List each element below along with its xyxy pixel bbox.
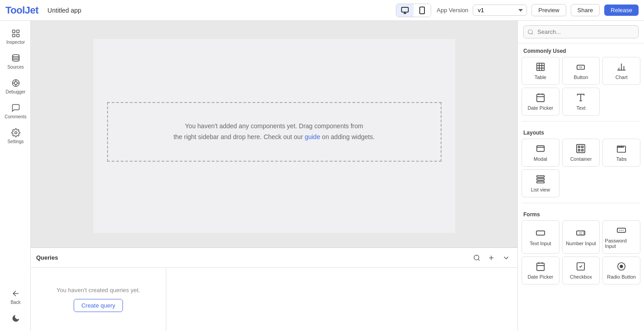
topbar-right: App Version v1 Preview Share Release [437, 4, 639, 16]
topbar: ToolJet Untitled app App Version v1 Prev… [0, 0, 644, 21]
debugger-icon [11, 79, 20, 88]
search-input[interactable] [523, 25, 639, 38]
component-list-view[interactable]: List view [522, 169, 559, 197]
sidebar-item-sources[interactable]: Sources [0, 49, 31, 74]
component-button[interactable]: OK Button [562, 57, 600, 85]
commonly-used-grid: Table OK Button Chart Date [518, 57, 644, 119]
sidebar-bottom: Back [0, 284, 31, 327]
svg-rect-0 [402, 7, 409, 12]
version-select[interactable]: v1 [473, 5, 527, 16]
left-sidebar: Inspector Sources Debugger Comments [0, 21, 31, 331]
svg-rect-39 [577, 145, 585, 153]
queries-panel: Queries [31, 247, 517, 331]
component-text[interactable]: Text [562, 88, 600, 116]
queries-add-button[interactable] [486, 252, 497, 263]
table-label: Table [535, 75, 546, 80]
list-view-label: List view [531, 187, 550, 192]
component-checkbox[interactable]: Checkbox [562, 256, 600, 284]
component-chart[interactable]: Chart [602, 57, 640, 85]
svg-point-17 [474, 255, 479, 260]
search-icon [473, 254, 480, 261]
svg-rect-46 [537, 178, 545, 180]
debugger-label: Debugger [6, 89, 26, 94]
svg-point-10 [14, 82, 17, 85]
radio-button-icon [616, 261, 626, 271]
svg-rect-6 [16, 30, 19, 33]
svg-rect-5 [12, 30, 15, 33]
svg-point-57 [623, 230, 624, 231]
component-password-input[interactable]: Password Input [602, 220, 640, 254]
app-title: Untitled app [47, 7, 390, 14]
component-modal[interactable]: Modal [522, 139, 559, 167]
canvas[interactable]: You haven't added any components yet. Dr… [94, 39, 455, 233]
table-icon [536, 62, 545, 72]
date-picker-form-label: Date Picker [527, 274, 553, 280]
share-button[interactable]: Share [571, 4, 600, 16]
guide-link[interactable]: guide [305, 133, 320, 140]
svg-point-9 [12, 55, 19, 57]
preview-button[interactable]: Preview [531, 4, 566, 16]
right-sidebar: Commonly Used Table OK Button [517, 21, 644, 331]
svg-point-55 [620, 230, 620, 231]
sidebar-item-inspector[interactable]: Inspector [0, 24, 31, 49]
component-text-input[interactable]: Text Input [522, 220, 559, 254]
component-container[interactable]: Container [562, 139, 600, 167]
component-radio-button[interactable]: Radio Button [602, 256, 640, 284]
svg-rect-43 [582, 149, 583, 151]
svg-rect-37 [537, 146, 545, 152]
section-layouts-title: Layouts [518, 125, 644, 139]
sidebar-item-settings[interactable]: Settings [0, 124, 31, 149]
component-date-picker-form[interactable]: Date Picker [522, 256, 559, 284]
text-label: Text [576, 105, 585, 111]
canvas-area: You haven't added any components yet. Dr… [31, 21, 517, 331]
date-picker-form-icon [536, 261, 545, 271]
svg-rect-7 [12, 34, 15, 37]
sidebar-item-debugger[interactable]: Debugger [0, 74, 31, 99]
svg-text:OK: OK [579, 66, 583, 69]
inspector-label: Inspector [6, 40, 25, 45]
sources-label: Sources [7, 65, 24, 70]
button-label: Button [574, 75, 588, 80]
sidebar-item-darkmode[interactable] [0, 309, 31, 327]
drop-zone: You haven't added any components yet. Dr… [107, 102, 442, 162]
modal-label: Modal [534, 156, 547, 162]
desktop-device-button[interactable] [396, 4, 414, 17]
svg-rect-48 [536, 231, 545, 235]
component-date-picker[interactable]: Date Picker [522, 88, 559, 116]
sidebar-item-comments[interactable]: Comments [0, 99, 31, 124]
tabs-icon [616, 144, 626, 154]
svg-rect-41 [582, 146, 583, 148]
app-version-label: App Version [437, 7, 468, 14]
moon-icon [11, 314, 20, 323]
back-icon [11, 289, 20, 298]
svg-rect-3 [420, 7, 425, 14]
button-icon: OK [576, 62, 586, 72]
container-icon [576, 144, 586, 154]
create-query-button[interactable]: Create query [74, 299, 123, 312]
text-icon [576, 93, 586, 103]
queries-body: You haven't created queries yet. Create … [31, 268, 517, 331]
queries-search-button[interactable] [471, 252, 482, 263]
queries-title: Queries [36, 254, 468, 261]
canvas-wrapper[interactable]: You haven't added any components yet. Dr… [31, 21, 517, 247]
component-number-input[interactable]: 21 Number Input [562, 220, 600, 254]
sidebar-item-back[interactable]: Back [0, 284, 31, 309]
svg-text:21: 21 [579, 232, 583, 235]
release-button[interactable]: Release [604, 5, 639, 16]
divider-2 [522, 203, 640, 203]
chart-icon [616, 62, 626, 72]
queries-collapse-button[interactable] [500, 252, 512, 264]
back-label: Back [10, 300, 20, 305]
mobile-device-button[interactable] [414, 4, 431, 17]
component-table[interactable]: Table [522, 57, 559, 85]
plus-icon [488, 254, 495, 261]
svg-rect-47 [537, 182, 545, 183]
number-input-icon: 21 [576, 228, 586, 238]
svg-point-56 [621, 230, 622, 231]
date-picker-icon [536, 93, 545, 103]
queries-list: You haven't created queries yet. Create … [31, 268, 166, 331]
modal-icon [536, 144, 545, 154]
checkbox-label: Checkbox [570, 274, 592, 280]
queries-header: Queries [31, 248, 517, 268]
component-tabs[interactable]: Tabs [602, 139, 640, 167]
